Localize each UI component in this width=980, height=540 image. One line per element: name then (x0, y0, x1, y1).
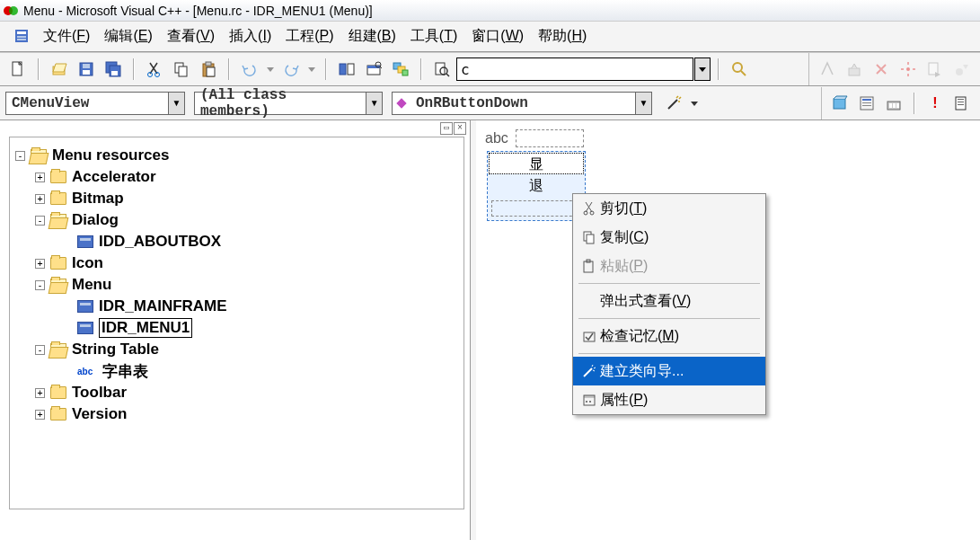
tb-new-cursor[interactable] (881, 91, 906, 116)
menu-h[interactable]: 帮助(H) (531, 26, 594, 45)
tb-id-button[interactable]: ! (923, 91, 948, 116)
type-here-placeholder[interactable] (491, 200, 581, 217)
tree-item[interactable]: +Icon (15, 252, 458, 274)
tree-root[interactable]: - Menu resources (15, 145, 458, 166)
save-button[interactable] (74, 57, 99, 82)
member-combo[interactable]: OnRButtonDown ▼ (392, 92, 652, 115)
pane-close-icon[interactable]: × (454, 122, 466, 135)
output-button[interactable] (361, 57, 386, 82)
redo-button[interactable] (278, 57, 304, 82)
menu-b[interactable]: 组建(B) (341, 26, 403, 45)
resource-tree[interactable]: - Menu resources +Accelerator+Bitmap-Dia… (9, 137, 464, 509)
wizard-action-button[interactable] (661, 91, 686, 116)
context-item[interactable]: 检查记忆(M) (573, 322, 765, 350)
svg-rect-5 (17, 39, 26, 40)
menu-sub-item[interactable]: 退 (488, 175, 585, 197)
paste-icon (578, 259, 600, 273)
saveall-button[interactable] (101, 57, 126, 82)
window-list-button[interactable] (388, 57, 413, 82)
filter-combo[interactable]: (All class members) ▼ (194, 92, 383, 115)
copy-button[interactable] (169, 57, 194, 82)
tree-item[interactable]: IDR_MAINFRAME (15, 296, 458, 317)
context-item-label: 复制(C) (600, 228, 756, 247)
tree-item-label: IDD_ABOUTBOX (99, 233, 221, 251)
svg-rect-41 (862, 105, 871, 106)
expander-icon[interactable]: + (35, 173, 45, 182)
find-dropdown[interactable] (694, 58, 711, 81)
svg-rect-17 (179, 66, 187, 76)
folder-open-icon (50, 214, 66, 226)
wizard-icon (578, 364, 600, 378)
folder-closed-icon (50, 192, 66, 205)
tree-item[interactable]: -Dialog (15, 209, 458, 231)
tree-item[interactable]: +Accelerator (15, 166, 458, 188)
tree-item[interactable]: +Toolbar (15, 382, 458, 403)
svg-rect-43 (889, 103, 892, 108)
pane-controls[interactable]: ▭× (0, 120, 470, 135)
tree-item[interactable]: abc字串表 (15, 360, 458, 382)
class-combo[interactable]: CMenuView ▼ (5, 92, 185, 115)
find-button[interactable] (727, 57, 752, 82)
tree-item-label: Toolbar (72, 384, 127, 402)
menu-i[interactable]: 插入(I) (222, 26, 278, 45)
menu-f[interactable]: 文件(F) (36, 26, 97, 45)
menu-top-item[interactable]: abc (485, 130, 508, 146)
menu-v[interactable]: 查看(V) (160, 26, 222, 45)
workspace-button[interactable] (334, 57, 359, 82)
expander-icon[interactable]: + (35, 410, 45, 420)
expander-icon[interactable]: + (35, 194, 45, 204)
context-item[interactable]: 弹出式查看(V) (573, 287, 765, 315)
context-item[interactable]: 复制(C) (573, 223, 765, 252)
find-in-files-button[interactable] (429, 57, 455, 82)
tree-item-label: IDR_MENU1 (99, 318, 192, 338)
menu-t[interactable]: 工具(T) (403, 26, 464, 45)
filter-combo-value: (All class members) (195, 87, 366, 120)
context-item-label: 属性(P) (600, 391, 756, 410)
stop-build-button[interactable] (869, 57, 894, 82)
svg-rect-36 (396, 98, 406, 108)
context-item[interactable]: 剪切(T) (573, 194, 765, 223)
svg-rect-3 (17, 31, 26, 34)
type-here-placeholder[interactable] (516, 129, 584, 147)
undo-button[interactable] (237, 57, 262, 82)
tree-item[interactable]: +Bitmap (15, 188, 458, 209)
svg-rect-55 (584, 261, 593, 272)
context-item[interactable]: 属性(P) (573, 385, 765, 414)
tree-item[interactable]: +Version (15, 403, 458, 425)
open-button[interactable] (47, 57, 72, 82)
tree-item[interactable]: -String Table (15, 339, 458, 360)
menu-p[interactable]: 工程(P) (278, 26, 340, 45)
redo-dropdown[interactable] (305, 57, 318, 82)
paste-button[interactable] (196, 57, 221, 82)
expander-icon[interactable]: - (35, 280, 45, 290)
compile-button[interactable] (815, 57, 840, 82)
expander-icon[interactable]: - (35, 345, 45, 355)
pane-dock-icon[interactable]: ▭ (440, 122, 453, 135)
menu-sub-item[interactable]: 显 (489, 153, 584, 174)
build-button[interactable] (842, 57, 867, 82)
tb-new-dialog[interactable] (827, 91, 852, 116)
undo-dropdown[interactable] (264, 57, 277, 82)
tree-item[interactable]: IDR_MENU1 (15, 317, 458, 339)
execute-button[interactable] (896, 57, 921, 82)
expander-icon[interactable]: - (35, 216, 45, 226)
tree-item[interactable]: -Menu (15, 274, 458, 296)
go-button[interactable] (923, 57, 948, 82)
tb-new-menu[interactable] (854, 91, 879, 116)
menu-w[interactable]: 窗口(W) (464, 26, 531, 45)
tb-test-button[interactable] (949, 91, 975, 116)
breakpoint-button[interactable] (949, 57, 975, 82)
svg-rect-37 (834, 99, 845, 109)
expander-icon[interactable]: - (15, 151, 25, 161)
expander-icon[interactable]: + (35, 388, 45, 398)
standard-toolbar (0, 52, 980, 86)
find-combo[interactable] (456, 58, 693, 81)
wizard-dropdown[interactable] (688, 91, 701, 116)
menu-dropdown[interactable]: 显 退 (487, 151, 586, 221)
context-item[interactable]: 建立类向导... (573, 357, 765, 385)
tree-item[interactable]: IDD_ABOUTBOX (15, 231, 458, 252)
new-button[interactable] (5, 57, 31, 82)
menu-e[interactable]: 编辑(E) (97, 26, 159, 45)
cut-button[interactable] (142, 57, 167, 82)
expander-icon[interactable]: + (35, 259, 45, 269)
